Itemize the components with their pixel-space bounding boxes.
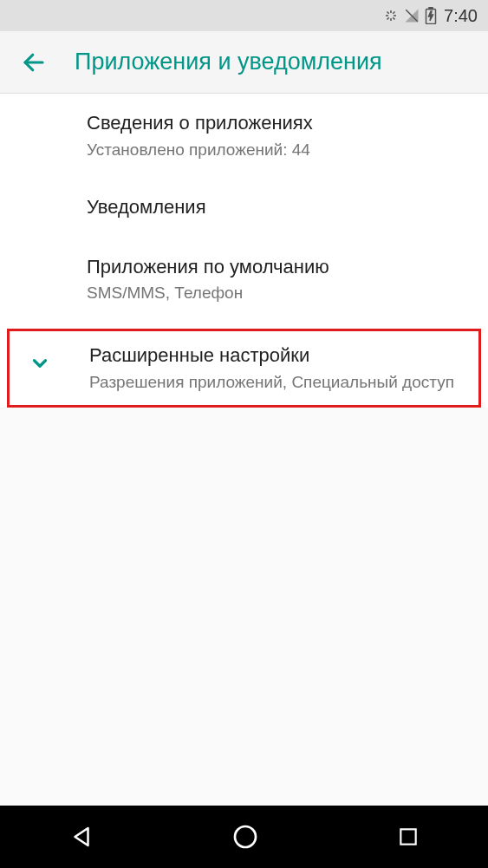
setting-title: Приложения по умолчанию	[87, 255, 488, 280]
chevron-down-icon	[29, 352, 51, 378]
setting-title: Расширенные настройки	[89, 343, 468, 369]
settings-list: Сведения о приложениях Установлено прило…	[0, 94, 488, 408]
setting-app-info[interactable]: Сведения о приложениях Установлено прило…	[0, 94, 488, 178]
nav-recent-button[interactable]	[397, 826, 420, 848]
setting-notifications[interactable]: Уведомления	[0, 178, 488, 238]
nav-home-button[interactable]	[231, 823, 259, 851]
navigation-bar	[0, 806, 488, 868]
setting-advanced[interactable]: Расширенные настройки Разрешения приложе…	[7, 329, 481, 408]
setting-title: Сведения о приложениях	[87, 111, 488, 136]
svg-point-4	[235, 826, 256, 847]
setting-default-apps[interactable]: Приложения по умолчанию SMS/MMS, Телефон	[0, 238, 488, 322]
svg-rect-2	[429, 8, 433, 10]
setting-subtitle: Установлено приложений: 44	[87, 140, 488, 161]
page-title: Приложения и уведомления	[75, 49, 382, 75]
setting-title: Уведомления	[87, 195, 488, 220]
status-time: 7:40	[444, 6, 478, 26]
status-bar: 7:40	[0, 0, 488, 31]
data-icon	[383, 8, 399, 23]
nav-back-button[interactable]	[68, 824, 94, 850]
svg-rect-5	[400, 829, 415, 844]
setting-subtitle: SMS/MMS, Телефон	[87, 283, 488, 304]
battery-charging-icon	[425, 7, 437, 24]
signal-icon	[404, 8, 420, 23]
app-bar: Приложения и уведомления	[0, 31, 488, 94]
setting-subtitle: Разрешения приложений, Специальный досту…	[89, 372, 468, 394]
back-arrow-icon[interactable]	[21, 49, 47, 75]
